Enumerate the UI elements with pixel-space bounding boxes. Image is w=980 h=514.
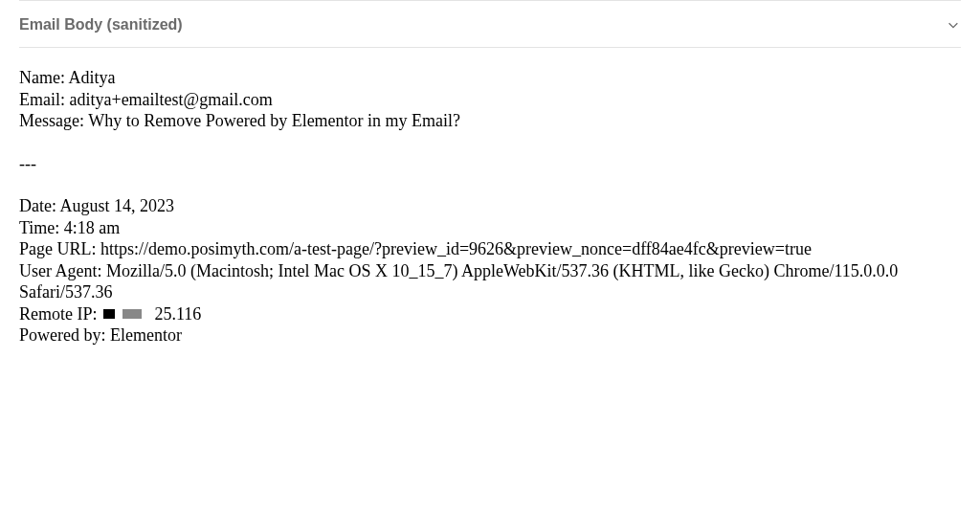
separator-line: --- bbox=[19, 153, 961, 175]
user-agent-label: User Agent: bbox=[19, 261, 101, 280]
name-line: Name: Aditya bbox=[19, 67, 961, 89]
page-url-label: Page URL: bbox=[19, 239, 97, 258]
email-line: Email: aditya+emailtest@gmail.com bbox=[19, 89, 961, 111]
name-value: Aditya bbox=[69, 68, 116, 87]
remote-ip-suffix: 25.116 bbox=[155, 303, 202, 325]
user-agent-line: User Agent: Mozilla/5.0 (Macintosh; Inte… bbox=[19, 260, 961, 303]
date-value: August 14, 2023 bbox=[60, 196, 175, 215]
message-label: Message: bbox=[19, 111, 84, 130]
name-label: Name: bbox=[19, 68, 65, 87]
user-agent-value: Mozilla/5.0 (Macintosh; Intel Mac OS X 1… bbox=[19, 261, 898, 302]
time-label: Time: bbox=[19, 218, 59, 237]
powered-by-label: Powered by: bbox=[19, 325, 105, 345]
page-url-value: https://demo.posimyth.com/a-test-page/?p… bbox=[100, 239, 812, 258]
email-body-content: Name: Aditya Email: aditya+emailtest@gma… bbox=[0, 48, 980, 366]
remote-ip-label: Remote IP: bbox=[19, 303, 98, 325]
page-url-line: Page URL: https://demo.posimyth.com/a-te… bbox=[19, 238, 961, 260]
date-label: Date: bbox=[19, 196, 56, 215]
redact-block-icon bbox=[103, 309, 115, 319]
email-label: Email: bbox=[19, 90, 65, 109]
time-line: Time: 4:18 am bbox=[19, 217, 961, 239]
message-value: Why to Remove Powered by Elementor in my… bbox=[88, 111, 460, 130]
message-line: Message: Why to Remove Powered by Elemen… bbox=[19, 110, 961, 132]
powered-by-value: Elementor bbox=[110, 325, 182, 345]
chevron-down-icon bbox=[946, 17, 961, 33]
remote-ip-line: Remote IP: 25.116 bbox=[19, 303, 961, 325]
powered-by-line: Powered by: Elementor bbox=[19, 324, 961, 346]
time-value: 4:18 am bbox=[64, 218, 121, 237]
date-line: Date: August 14, 2023 bbox=[19, 195, 961, 217]
section-header-email-body[interactable]: Email Body (sanitized) bbox=[0, 3, 980, 47]
section-title: Email Body (sanitized) bbox=[19, 16, 183, 34]
email-value: aditya+emailtest@gmail.com bbox=[70, 90, 273, 109]
redact-block-icon bbox=[122, 309, 142, 319]
redacted-ip-segment bbox=[103, 309, 142, 319]
